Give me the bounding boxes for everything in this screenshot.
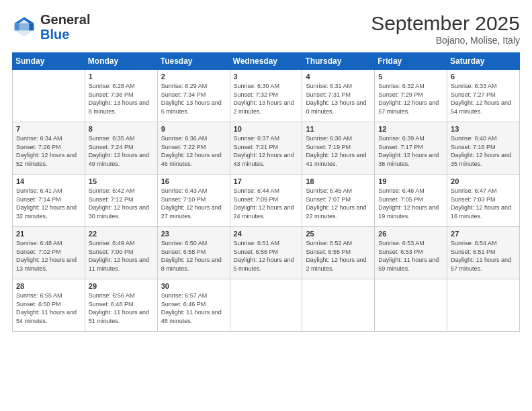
calendar-week-0: 1Sunrise: 6:28 AM Sunset: 7:36 PM Daylig… xyxy=(13,70,520,122)
day-number: 26 xyxy=(378,230,443,238)
calendar-cell: 1Sunrise: 6:28 AM Sunset: 7:36 PM Daylig… xyxy=(85,70,157,122)
col-wednesday: Wednesday xyxy=(230,53,302,70)
logo-general: General xyxy=(40,12,90,27)
day-number: 4 xyxy=(306,73,371,81)
calendar-cell: 3Sunrise: 6:30 AM Sunset: 7:32 PM Daylig… xyxy=(230,70,302,122)
day-number: 20 xyxy=(451,177,516,185)
calendar-cell: 11Sunrise: 6:38 AM Sunset: 7:19 PM Dayli… xyxy=(302,122,375,175)
logo-blue: Blue xyxy=(40,27,69,42)
day-info: Sunrise: 6:52 AM Sunset: 6:55 PM Dayligh… xyxy=(306,239,371,273)
calendar-cell: 26Sunrise: 6:53 AM Sunset: 6:53 PM Dayli… xyxy=(375,227,447,279)
calendar-cell: 19Sunrise: 6:46 AM Sunset: 7:05 PM Dayli… xyxy=(375,175,447,227)
day-info: Sunrise: 6:41 AM Sunset: 7:14 PM Dayligh… xyxy=(16,187,81,220)
day-info: Sunrise: 6:35 AM Sunset: 7:24 PM Dayligh… xyxy=(89,134,154,168)
calendar-table: Sunday Monday Tuesday Wednesday Thursday… xyxy=(12,52,520,332)
day-info: Sunrise: 6:55 AM Sunset: 6:50 PM Dayligh… xyxy=(16,291,81,325)
day-info: Sunrise: 6:48 AM Sunset: 7:02 PM Dayligh… xyxy=(16,239,81,273)
svg-marker-5 xyxy=(19,24,29,31)
day-info: Sunrise: 6:45 AM Sunset: 7:07 PM Dayligh… xyxy=(306,187,371,220)
day-info: Sunrise: 6:49 AM Sunset: 7:00 PM Dayligh… xyxy=(89,239,154,273)
day-info: Sunrise: 6:47 AM Sunset: 7:03 PM Dayligh… xyxy=(451,187,516,220)
calendar-week-2: 14Sunrise: 6:41 AM Sunset: 7:14 PM Dayli… xyxy=(13,175,520,227)
calendar-cell: 22Sunrise: 6:49 AM Sunset: 7:00 PM Dayli… xyxy=(85,227,157,279)
svg-marker-3 xyxy=(15,24,19,31)
calendar-week-3: 21Sunrise: 6:48 AM Sunset: 7:02 PM Dayli… xyxy=(13,227,520,279)
day-number: 23 xyxy=(161,230,226,238)
calendar-cell: 27Sunrise: 6:54 AM Sunset: 6:51 PM Dayli… xyxy=(447,227,520,279)
calendar-cell: 23Sunrise: 6:50 AM Sunset: 6:58 PM Dayli… xyxy=(157,227,230,279)
logo-icon xyxy=(12,15,36,39)
calendar-cell: 7Sunrise: 6:34 AM Sunset: 7:26 PM Daylig… xyxy=(13,122,85,175)
calendar-cell: 20Sunrise: 6:47 AM Sunset: 7:03 PM Dayli… xyxy=(447,175,520,227)
svg-marker-4 xyxy=(29,24,34,31)
day-number: 21 xyxy=(16,230,81,238)
day-number: 1 xyxy=(89,73,154,81)
day-number: 8 xyxy=(89,125,154,133)
calendar-cell: 29Sunrise: 6:56 AM Sunset: 6:48 PM Dayli… xyxy=(85,279,157,332)
day-number: 10 xyxy=(234,125,299,133)
calendar-cell xyxy=(230,279,302,332)
day-info: Sunrise: 6:57 AM Sunset: 6:46 PM Dayligh… xyxy=(161,291,226,325)
col-thursday: Thursday xyxy=(302,53,375,70)
calendar-cell: 17Sunrise: 6:44 AM Sunset: 7:09 PM Dayli… xyxy=(230,175,302,227)
day-number: 27 xyxy=(451,230,516,238)
day-number: 25 xyxy=(306,230,371,238)
logo: General Blue xyxy=(12,12,90,42)
day-info: Sunrise: 6:37 AM Sunset: 7:21 PM Dayligh… xyxy=(234,134,299,168)
day-number: 6 xyxy=(451,73,516,81)
calendar-cell: 6Sunrise: 6:33 AM Sunset: 7:27 PM Daylig… xyxy=(447,70,520,122)
calendar-cell: 13Sunrise: 6:40 AM Sunset: 7:16 PM Dayli… xyxy=(447,122,520,175)
calendar-cell: 10Sunrise: 6:37 AM Sunset: 7:21 PM Dayli… xyxy=(230,122,302,175)
calendar-week-1: 7Sunrise: 6:34 AM Sunset: 7:26 PM Daylig… xyxy=(13,122,520,175)
day-number: 29 xyxy=(89,282,154,290)
day-number: 15 xyxy=(89,177,154,185)
month-title: September 2025 xyxy=(371,12,520,35)
page: General Blue September 2025 Bojano, Moli… xyxy=(0,0,532,411)
header: General Blue September 2025 Bojano, Moli… xyxy=(12,12,520,46)
calendar-cell: 15Sunrise: 6:42 AM Sunset: 7:12 PM Dayli… xyxy=(85,175,157,227)
calendar-cell: 8Sunrise: 6:35 AM Sunset: 7:24 PM Daylig… xyxy=(85,122,157,175)
day-info: Sunrise: 6:29 AM Sunset: 7:34 PM Dayligh… xyxy=(161,82,226,116)
calendar-cell: 9Sunrise: 6:36 AM Sunset: 7:22 PM Daylig… xyxy=(157,122,230,175)
day-number: 3 xyxy=(234,73,299,81)
day-info: Sunrise: 6:31 AM Sunset: 7:31 PM Dayligh… xyxy=(306,82,371,116)
day-number: 11 xyxy=(306,125,371,133)
calendar-cell: 30Sunrise: 6:57 AM Sunset: 6:46 PM Dayli… xyxy=(157,279,230,332)
logo-text: General Blue xyxy=(40,12,90,42)
day-number: 7 xyxy=(16,125,81,133)
day-number: 2 xyxy=(161,73,226,81)
calendar-cell: 12Sunrise: 6:39 AM Sunset: 7:17 PM Dayli… xyxy=(375,122,447,175)
day-info: Sunrise: 6:53 AM Sunset: 6:53 PM Dayligh… xyxy=(378,239,443,273)
day-number: 30 xyxy=(161,282,226,290)
day-info: Sunrise: 6:38 AM Sunset: 7:19 PM Dayligh… xyxy=(306,134,371,168)
day-number: 28 xyxy=(16,282,81,290)
day-info: Sunrise: 6:40 AM Sunset: 7:16 PM Dayligh… xyxy=(451,134,516,168)
day-info: Sunrise: 6:30 AM Sunset: 7:32 PM Dayligh… xyxy=(234,82,299,116)
day-number: 13 xyxy=(451,125,516,133)
day-info: Sunrise: 6:42 AM Sunset: 7:12 PM Dayligh… xyxy=(89,187,154,220)
calendar-cell: 28Sunrise: 6:55 AM Sunset: 6:50 PM Dayli… xyxy=(13,279,85,332)
calendar-cell: 14Sunrise: 6:41 AM Sunset: 7:14 PM Dayli… xyxy=(13,175,85,227)
day-info: Sunrise: 6:54 AM Sunset: 6:51 PM Dayligh… xyxy=(451,239,516,273)
day-number: 17 xyxy=(234,177,299,185)
day-info: Sunrise: 6:56 AM Sunset: 6:48 PM Dayligh… xyxy=(89,291,154,325)
calendar-cell: 25Sunrise: 6:52 AM Sunset: 6:55 PM Dayli… xyxy=(302,227,375,279)
day-info: Sunrise: 6:44 AM Sunset: 7:09 PM Dayligh… xyxy=(234,187,299,220)
calendar-cell: 16Sunrise: 6:43 AM Sunset: 7:10 PM Dayli… xyxy=(157,175,230,227)
day-info: Sunrise: 6:33 AM Sunset: 7:27 PM Dayligh… xyxy=(451,82,516,116)
day-info: Sunrise: 6:51 AM Sunset: 6:56 PM Dayligh… xyxy=(234,239,299,273)
day-number: 16 xyxy=(161,177,226,185)
col-saturday: Saturday xyxy=(447,53,520,70)
day-number: 5 xyxy=(378,73,443,81)
calendar-cell: 2Sunrise: 6:29 AM Sunset: 7:34 PM Daylig… xyxy=(157,70,230,122)
calendar-cell: 21Sunrise: 6:48 AM Sunset: 7:02 PM Dayli… xyxy=(13,227,85,279)
day-info: Sunrise: 6:39 AM Sunset: 7:17 PM Dayligh… xyxy=(378,134,443,168)
day-number: 19 xyxy=(378,177,443,185)
col-sunday: Sunday xyxy=(13,53,85,70)
calendar-cell xyxy=(302,279,375,332)
calendar-cell xyxy=(375,279,447,332)
header-row: Sunday Monday Tuesday Wednesday Thursday… xyxy=(13,53,520,70)
col-friday: Friday xyxy=(375,53,447,70)
day-number: 12 xyxy=(378,125,443,133)
col-tuesday: Tuesday xyxy=(157,53,230,70)
